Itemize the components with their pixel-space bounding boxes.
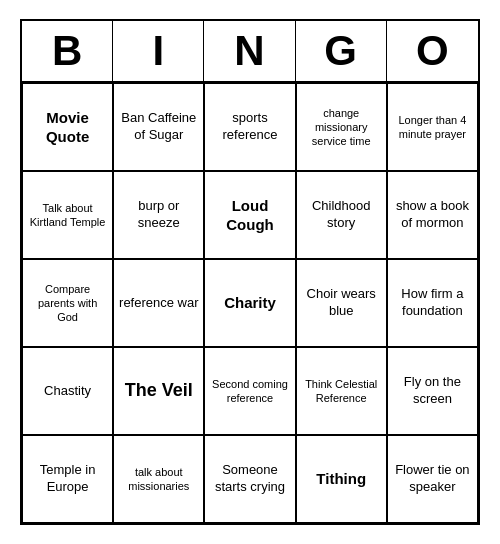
bingo-cell-8: Childhood story	[296, 171, 387, 259]
bingo-cell-11: reference war	[113, 259, 204, 347]
bingo-cell-12: Charity	[204, 259, 295, 347]
bingo-cell-17: Second coming reference	[204, 347, 295, 435]
bingo-letter-i: I	[113, 21, 204, 81]
bingo-cell-9: show a book of mormon	[387, 171, 478, 259]
bingo-cell-20: Temple in Europe	[22, 435, 113, 523]
bingo-cell-6: burp or sneeze	[113, 171, 204, 259]
bingo-cell-3: change missionary service time	[296, 83, 387, 171]
bingo-card: BINGO Movie QuoteBan Caffeine of Sugarsp…	[20, 19, 480, 525]
bingo-cell-24: Flower tie on speaker	[387, 435, 478, 523]
bingo-cell-4: Longer than 4 minute prayer	[387, 83, 478, 171]
bingo-cell-2: sports reference	[204, 83, 295, 171]
bingo-letter-n: N	[204, 21, 295, 81]
bingo-header: BINGO	[22, 21, 478, 83]
bingo-cell-21: talk about missionaries	[113, 435, 204, 523]
bingo-letter-o: O	[387, 21, 478, 81]
bingo-cell-22: Someone starts crying	[204, 435, 295, 523]
bingo-cell-23: Tithing	[296, 435, 387, 523]
bingo-cell-18: Think Celestial Reference	[296, 347, 387, 435]
bingo-cell-1: Ban Caffeine of Sugar	[113, 83, 204, 171]
bingo-cell-15: Chastity	[22, 347, 113, 435]
bingo-cell-14: How firm a foundation	[387, 259, 478, 347]
bingo-cell-0: Movie Quote	[22, 83, 113, 171]
bingo-cell-10: Compare parents with God	[22, 259, 113, 347]
bingo-letter-b: B	[22, 21, 113, 81]
bingo-letter-g: G	[296, 21, 387, 81]
bingo-cell-5: Talk about Kirtland Temple	[22, 171, 113, 259]
bingo-cell-19: Fly on the screen	[387, 347, 478, 435]
bingo-cell-7: Loud Cough	[204, 171, 295, 259]
bingo-grid: Movie QuoteBan Caffeine of Sugarsports r…	[22, 83, 478, 523]
bingo-cell-13: Choir wears blue	[296, 259, 387, 347]
bingo-cell-16: The Veil	[113, 347, 204, 435]
